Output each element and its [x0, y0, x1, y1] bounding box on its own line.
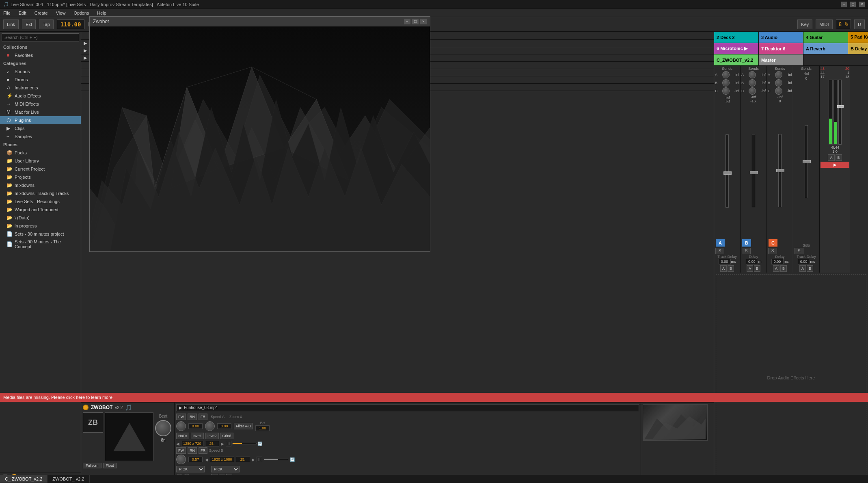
- link-button[interactable]: Link: [3, 19, 19, 29]
- send-a-knob-reverb[interactable]: [722, 71, 730, 78]
- delay-val-reverb[interactable]: 0.00: [719, 259, 731, 264]
- send-a-knob-delay[interactable]: [749, 71, 756, 78]
- row-expand-3[interactable]: ▶: [81, 55, 89, 61]
- b-btn-zwobot[interactable]: B: [780, 265, 787, 272]
- fader-track-extra[interactable]: [805, 125, 808, 198]
- tap-button[interactable]: Tap: [39, 19, 54, 29]
- sidebar-item-mixdowns[interactable]: 📂 mixdowns: [0, 181, 81, 189]
- device-power-button[interactable]: [83, 405, 89, 410]
- track-header-reaktor[interactable]: 7 Reaktor 6: [759, 43, 803, 54]
- zwobot-window-controls[interactable]: − □ ×: [404, 19, 427, 24]
- pause-button-1[interactable]: ⏸: [226, 441, 231, 446]
- master-fader-track[interactable]: [838, 80, 842, 145]
- track-header-microtonic[interactable]: 6 Microtonic ▶: [714, 43, 759, 54]
- grind-button[interactable]: Grind: [220, 433, 233, 439]
- fader-handle-reverb[interactable]: [723, 171, 732, 175]
- sidebar-item-favorites[interactable]: ■ Favorites: [0, 51, 81, 59]
- channel-b-button[interactable]: B: [742, 239, 751, 247]
- sidebar-item-data[interactable]: 📂 \ (Data): [0, 214, 81, 222]
- pick-select-1[interactable]: PICK: [176, 466, 205, 472]
- a-btn-extra[interactable]: A: [799, 265, 806, 272]
- status-bar[interactable]: Media files are missing. Please click he…: [0, 393, 868, 402]
- sidebar-item-plug-ins[interactable]: ⬡ Plug-Ins: [0, 116, 81, 124]
- sidebar-item-projects[interactable]: 📂 Projects: [0, 173, 81, 181]
- a-btn-zwobot[interactable]: A: [773, 265, 779, 272]
- sidebar-item-sets-30[interactable]: 📄 Sets - 30 minutes project: [0, 230, 81, 238]
- zoom-x-knob[interactable]: [205, 421, 215, 431]
- fullscreen-button[interactable]: Fullscrn: [83, 463, 101, 468]
- send-b-knob-zwobot[interactable]: [775, 79, 782, 87]
- pick-select-2[interactable]: PICK: [211, 466, 240, 472]
- master-a-btn[interactable]: A: [828, 154, 834, 161]
- invert1-button[interactable]: Invrt1: [191, 433, 204, 439]
- speed-b-knob[interactable]: [176, 455, 186, 464]
- invrt2-button[interactable]: Invrt2: [205, 433, 219, 439]
- sidebar-item-clips[interactable]: ▶ Clips: [0, 124, 81, 132]
- send-b-knob-reverb[interactable]: [722, 79, 730, 87]
- sidebar-item-midi-effects[interactable]: ↔ MIDI Effects: [0, 100, 81, 108]
- delay-val-zwobot[interactable]: 0.00: [771, 259, 784, 264]
- menu-options[interactable]: Options: [72, 11, 91, 15]
- rn-button[interactable]: RN: [188, 414, 197, 420]
- master-b-btn[interactable]: B: [836, 154, 842, 161]
- maximize-button[interactable]: □: [850, 2, 856, 7]
- speed-a-knob[interactable]: [176, 421, 186, 431]
- zwobot-close[interactable]: ×: [420, 19, 427, 24]
- b-btn-extra[interactable]: B: [807, 265, 813, 272]
- ext-button[interactable]: Ext: [22, 19, 36, 29]
- sidebar-item-mixdowns-backing[interactable]: 📂 mixdowns - Backing Tracks: [0, 189, 81, 197]
- send-b-knob-delay[interactable]: [749, 79, 756, 87]
- sidebar-item-samples[interactable]: ~ Samples: [0, 132, 81, 141]
- close-button[interactable]: ×: [859, 2, 865, 7]
- sidebar-item-in-progress[interactable]: 📂 in progress: [0, 222, 81, 230]
- master-arrow-btn[interactable]: ▶: [820, 162, 849, 168]
- send-c-knob-zwobot[interactable]: [775, 87, 782, 95]
- track-header-pad[interactable]: 5 Pad Kontrol ▶: [848, 32, 868, 43]
- sidebar-item-sounds[interactable]: ♪ Sounds: [0, 67, 81, 76]
- track-header-audio3[interactable]: 3 Audio: [759, 32, 803, 43]
- key-button[interactable]: Key: [797, 19, 812, 29]
- a-btn-delay[interactable]: A: [747, 265, 753, 272]
- fr-button[interactable]: FR: [199, 414, 207, 420]
- track-header-guitar[interactable]: 4 Guitar: [803, 32, 848, 43]
- float-button[interactable]: Float: [103, 463, 117, 468]
- progress-bar-1[interactable]: [232, 443, 257, 444]
- track-header-reverb[interactable]: A Reverb: [803, 43, 848, 54]
- sidebar-item-current-project[interactable]: 📂 Current Project: [0, 165, 81, 173]
- master-fader-handle[interactable]: [837, 105, 844, 108]
- beat-knob[interactable]: [155, 420, 171, 436]
- fader-handle-zwobot[interactable]: [776, 169, 784, 172]
- sidebar-item-packs[interactable]: 📦 Packs: [0, 149, 81, 157]
- zwobot-minimize[interactable]: −: [404, 19, 410, 24]
- titlebar-controls[interactable]: − □ ×: [841, 2, 865, 7]
- zwobot-maximize[interactable]: □: [412, 19, 419, 24]
- row-expand-2[interactable]: ▶: [81, 48, 89, 53]
- b-btn-delay[interactable]: B: [754, 265, 760, 272]
- sidebar-item-sets-90[interactable]: 📄 Sets - 90 Minutes - The Concept: [0, 238, 81, 250]
- rn2-button[interactable]: RN: [188, 447, 197, 454]
- send-a-knob-zwobot[interactable]: [775, 71, 782, 78]
- channel-a-button[interactable]: A: [716, 239, 725, 247]
- channel-c-button[interactable]: C: [769, 239, 777, 247]
- progress-bar-2[interactable]: [264, 459, 288, 460]
- fr2-button[interactable]: FR: [199, 447, 207, 454]
- track-header-delay[interactable]: B Delay: [848, 43, 868, 54]
- midi-button[interactable]: MIDI: [816, 19, 832, 29]
- sidebar-item-audio-effects[interactable]: ⚡ Audio Effects: [0, 92, 81, 100]
- track-header-zwobot[interactable]: C_ZWOBOT_v2.2: [714, 54, 759, 65]
- a-btn-reverb[interactable]: A: [720, 265, 727, 272]
- row-expand-1[interactable]: ▶: [81, 41, 89, 46]
- sidebar-item-drums[interactable]: ● Drums: [0, 76, 81, 84]
- s-button-delay[interactable]: S: [742, 248, 751, 254]
- search-area[interactable]: [0, 32, 81, 43]
- s-button-extra[interactable]: S: [795, 248, 803, 254]
- send-c-knob-delay[interactable]: [749, 87, 756, 95]
- sidebar-item-live-sets-recordings[interactable]: 📂 Live Sets - Recordings: [0, 197, 81, 206]
- sidebar-item-user-library[interactable]: 📁 User Library: [0, 157, 81, 165]
- filter-ab-button[interactable]: Filter A-B: [234, 423, 253, 429]
- menu-edit[interactable]: Edit: [17, 11, 28, 15]
- send-c-knob-reverb[interactable]: [722, 87, 730, 95]
- nofx-button[interactable]: NoFx: [176, 433, 189, 439]
- d-button[interactable]: D: [854, 19, 865, 29]
- track-header-master[interactable]: Master: [759, 54, 803, 65]
